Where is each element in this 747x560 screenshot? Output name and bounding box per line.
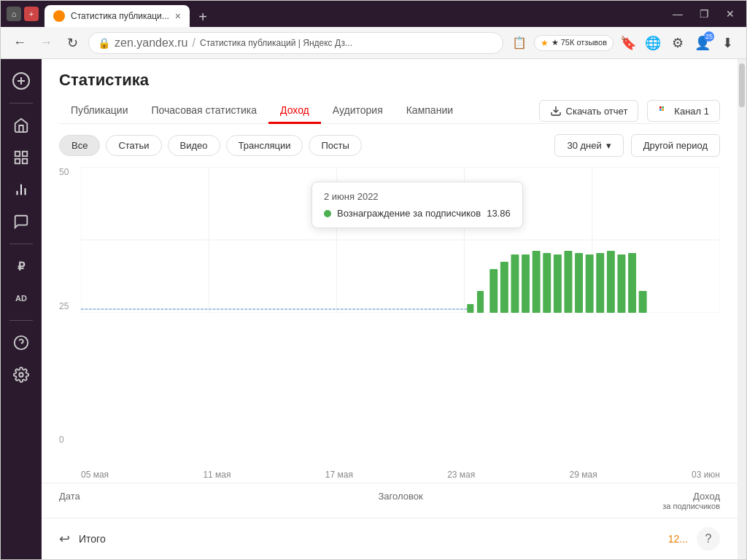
y-axis-min: 0	[59, 435, 69, 445]
rating-badge[interactable]: ★ ★ 75К отзывов	[534, 35, 614, 51]
help-icon-button[interactable]: ?	[697, 527, 720, 551]
refresh-button[interactable]: ↻	[62, 33, 82, 53]
channel-selector-button[interactable]: Канал 1	[647, 100, 720, 122]
sidebar: ₽ AD	[1, 59, 42, 559]
x-label-2: 17 мая	[325, 470, 353, 480]
x-label-4: 29 мая	[570, 470, 597, 480]
chart-x-labels: 05 мая 11 мая 17 мая 23 мая 29 мая 03 ию…	[42, 467, 738, 483]
svg-rect-6	[23, 159, 27, 163]
tab-hourly[interactable]: Почасовая статистика	[139, 98, 268, 124]
x-label-0: 05 мая	[81, 470, 109, 480]
sidebar-icon-help[interactable]	[8, 330, 34, 356]
filter-row: Все Статьи Видео Трансляции Посты 30 дне…	[42, 124, 738, 167]
tab-close-btn[interactable]: ×	[175, 10, 181, 22]
sidebar-divider-2	[9, 244, 33, 244]
filter-posts[interactable]: Посты	[309, 135, 361, 156]
sidebar-icon-chat[interactable]	[8, 209, 34, 235]
nav-bar: ← → ↻ 🔒 zen.yandex.ru / Статистика публи…	[1, 27, 746, 59]
address-domain: zen.yandex.ru	[115, 36, 188, 50]
svg-rect-34	[533, 251, 541, 313]
svg-rect-29	[477, 291, 484, 313]
svg-rect-37	[564, 251, 572, 313]
page-title: Статистика	[59, 71, 720, 90]
sidebar-icon-menu[interactable]	[8, 144, 34, 171]
download-report-button[interactable]: Скачать отчет	[539, 100, 639, 122]
new-tab-button[interactable]: +	[193, 7, 213, 27]
svg-rect-43	[628, 253, 636, 313]
svg-rect-31	[500, 262, 508, 313]
scroll-thumb[interactable]	[739, 63, 745, 107]
maximize-button[interactable]: ❐	[694, 4, 714, 24]
sidebar-icon-home[interactable]	[8, 112, 34, 139]
svg-point-12	[19, 373, 23, 377]
svg-rect-35	[543, 253, 551, 313]
col-title: Заголовок	[378, 491, 422, 510]
tabs-row: Публикации Почасовая статистика Доход Ау…	[59, 98, 720, 124]
col-date: Дата	[59, 491, 80, 510]
tab-campaigns[interactable]: Кампании	[395, 98, 465, 124]
browser-menu-btn[interactable]: ⚙	[667, 33, 688, 53]
content-header: Статистика Публикации Почасовая статисти…	[42, 59, 738, 124]
chevron-down-icon: ▾	[606, 140, 611, 151]
back-button[interactable]: ←	[9, 33, 30, 53]
summary-label: Итого	[79, 533, 106, 545]
forward-button[interactable]: →	[36, 33, 56, 53]
tab-audience[interactable]: Аудитория	[321, 98, 395, 124]
period-30days-button[interactable]: 30 дней ▾	[554, 134, 623, 157]
svg-rect-40	[596, 253, 604, 313]
filter-all[interactable]: Все	[59, 135, 100, 156]
back-button[interactable]: ↩	[59, 531, 70, 547]
y-axis-max: 50	[59, 167, 69, 177]
sidebar-icon-stats[interactable]	[8, 176, 34, 203]
svg-rect-33	[522, 254, 530, 313]
svg-rect-3	[15, 152, 20, 156]
sidebar-divider-1	[9, 103, 33, 104]
svg-rect-4	[23, 152, 27, 156]
svg-rect-41	[607, 251, 615, 313]
filter-streams[interactable]: Трансляции	[226, 135, 303, 156]
scrollbar[interactable]	[738, 59, 746, 559]
main-content: Статистика Публикации Почасовая статисти…	[42, 59, 738, 559]
extensions-btn[interactable]: 🌐	[643, 33, 663, 53]
svg-rect-16	[659, 109, 662, 111]
filter-articles[interactable]: Статьи	[106, 135, 161, 156]
tab-title: Статистика публикаци...	[71, 11, 169, 21]
download-btn[interactable]: ⬇	[717, 33, 738, 53]
y-axis-mid: 25	[59, 301, 69, 311]
tabs-right: Скачать отчет Канал 1	[539, 100, 720, 122]
svg-rect-32	[511, 254, 519, 313]
bookmark-btn[interactable]: 🔖	[618, 33, 638, 53]
svg-rect-36	[554, 254, 562, 313]
sidebar-icon-create[interactable]	[8, 68, 34, 94]
tooltip-date: 2 июня 2022	[324, 191, 511, 202]
svg-rect-39	[586, 254, 594, 313]
tab-publications[interactable]: Публикации	[59, 98, 139, 124]
title-bar: ⌂ + Статистика публикаци... × + — ❐ ✕	[1, 1, 746, 27]
summary-value: 12...	[668, 533, 688, 545]
active-tab[interactable]: Статистика публикаци... ×	[44, 5, 190, 27]
svg-rect-15	[662, 106, 665, 109]
address-bar[interactable]: 🔒 zen.yandex.ru / Статистика публикаций …	[88, 32, 503, 54]
filter-video[interactable]: Видео	[168, 135, 220, 156]
x-label-5: 03 июн	[692, 470, 720, 480]
sidebar-icon-settings[interactable]	[8, 362, 34, 388]
other-period-button[interactable]: Другой период	[631, 134, 720, 157]
svg-rect-5	[15, 159, 20, 163]
sidebar-icon-ad[interactable]: AD	[8, 285, 34, 311]
sidebar-icon-monetize[interactable]: ₽	[8, 253, 34, 279]
chart-tooltip: 2 июня 2022 Вознаграждение за подписчико…	[311, 182, 523, 228]
svg-rect-30	[489, 269, 498, 313]
tab-income[interactable]: Доход	[268, 98, 321, 124]
svg-rect-28	[467, 304, 473, 313]
minimize-button[interactable]: —	[667, 4, 688, 24]
screenshot-btn[interactable]: 📋	[509, 33, 530, 53]
close-button[interactable]: ✕	[720, 4, 740, 24]
x-label-1: 11 мая	[203, 470, 231, 480]
svg-rect-42	[617, 254, 625, 313]
nav-actions: 📋 ★ ★ 75К отзывов 🔖 🌐 ⚙ 👤 25 ⬇	[509, 33, 738, 53]
tooltip-metric-value: 13.86	[487, 208, 511, 219]
table-header: Дата Заголовок Доход за подписчиков	[42, 483, 738, 518]
tooltip-row: Вознаграждение за подписчиков 13.86	[324, 208, 511, 219]
svg-rect-38	[575, 253, 583, 313]
svg-rect-17	[662, 109, 665, 111]
